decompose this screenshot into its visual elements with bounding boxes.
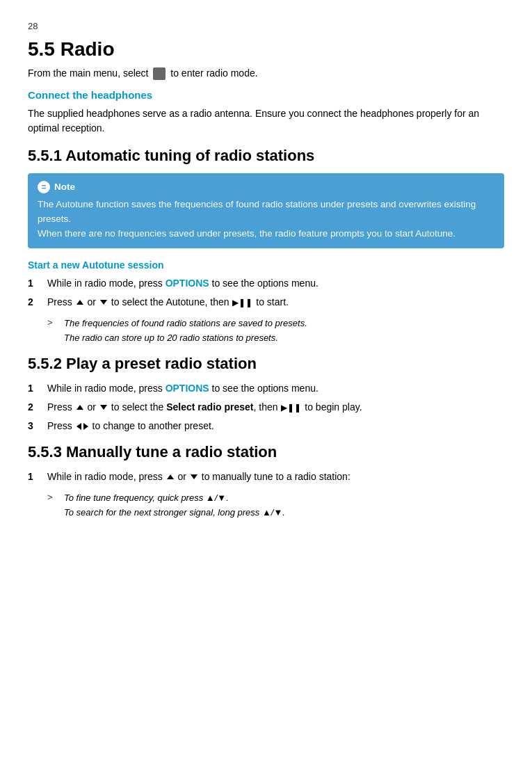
- result-553-line1: To fine tune frequency, quick press ▲/▼.: [64, 491, 229, 505]
- result-553: > To fine tune frequency, quick press ▲/…: [47, 491, 504, 520]
- section-553-title: 5.5.3 Manually tune a radio station: [28, 443, 504, 461]
- down-arrow-1: [100, 300, 107, 305]
- lr-arrows-icon: [76, 423, 88, 430]
- section-552-title: 5.5.2 Play a preset radio station: [28, 355, 504, 373]
- intro-text-before: From the main menu, select: [28, 67, 149, 79]
- session-heading: Start a new Autotune session: [28, 259, 504, 271]
- connect-heading: Connect the headphones: [28, 89, 504, 101]
- result-gt-1: >: [47, 317, 60, 328]
- note-box: = Note The Autotune function saves the f…: [28, 173, 504, 248]
- step-list-552: 1 While in radio mode, press OPTIONS to …: [28, 381, 504, 433]
- note-icon: =: [38, 181, 50, 193]
- note-label: Note: [54, 180, 75, 195]
- step-552-1: 1 While in radio mode, press OPTIONS to …: [28, 381, 504, 396]
- note-line-2: When there are no frequencies saved unde…: [38, 227, 494, 241]
- radio-icon: [153, 67, 166, 80]
- play-pause-icon-1: ▶❚❚: [232, 296, 252, 309]
- step-553-1: 1 While in radio mode, press or to manua…: [28, 470, 504, 484]
- section-551-title: 5.5.1 Automatic tuning of radio stations: [28, 147, 504, 165]
- page-number: 28: [28, 21, 504, 31]
- step-551-2: 2 Press or to select the Autotune, then …: [28, 295, 504, 310]
- step-list-551: 1 While in radio mode, press OPTIONS to …: [28, 276, 504, 310]
- step-552-num-3: 3: [28, 419, 45, 433]
- play-pause-icon-2: ▶❚❚: [281, 401, 301, 414]
- step-552-content-2: Press or to select the Select radio pres…: [47, 400, 504, 415]
- section-552: 5.5.2 Play a preset radio station 1 Whil…: [28, 355, 504, 433]
- step-553-num-1: 1: [28, 470, 45, 484]
- step-content-2: Press or to select the Autotune, then ▶❚…: [47, 295, 504, 310]
- options-word-1: OPTIONS: [166, 278, 209, 289]
- step-552-3: 3 Press to change to another preset.: [28, 419, 504, 433]
- result-item-1: > The frequencies of found radio station…: [47, 317, 504, 330]
- result-551: > The frequencies of found radio station…: [47, 317, 504, 345]
- result-553-item-1: > To fine tune frequency, quick press ▲/…: [47, 491, 504, 505]
- intro-text-after: to enter radio mode.: [170, 67, 257, 79]
- up-arrow-2: [76, 405, 83, 410]
- up-arrow-3: [167, 474, 174, 479]
- result-text-1: The frequencies of found radio stations …: [64, 317, 307, 330]
- step-552-content-3: Press to change to another preset.: [47, 419, 504, 433]
- connect-text: The supplied headphones serve as a radio…: [28, 106, 504, 136]
- result-text-2: The radio can store up to 20 radio stati…: [64, 331, 504, 345]
- result-553-gt: >: [47, 492, 60, 502]
- main-title: 5.5 Radio: [28, 38, 504, 61]
- note-header: = Note: [38, 180, 494, 195]
- section-551: 5.5.1 Automatic tuning of radio stations…: [28, 147, 504, 345]
- step-551-1: 1 While in radio mode, press OPTIONS to …: [28, 276, 504, 291]
- step-list-553: 1 While in radio mode, press or to manua…: [28, 470, 504, 484]
- up-arrow-1: [76, 300, 83, 305]
- down-arrow-2: [100, 405, 107, 410]
- step-552-num-1: 1: [28, 381, 45, 396]
- options-word-2: OPTIONS: [166, 383, 209, 394]
- step-552-2: 2 Press or to select the Select radio pr…: [28, 400, 504, 415]
- down-arrow-3: [191, 474, 198, 479]
- result-553-line2: To search for the next stronger signal, …: [64, 506, 504, 520]
- step-552-content-1: While in radio mode, press OPTIONS to se…: [47, 381, 504, 396]
- step-552-num-2: 2: [28, 400, 45, 415]
- section-553: 5.5.3 Manually tune a radio station 1 Wh…: [28, 443, 504, 520]
- connect-section: Connect the headphones The supplied head…: [28, 89, 504, 136]
- step-553-content-1: While in radio mode, press or to manuall…: [47, 470, 504, 484]
- step-num-2: 2: [28, 295, 45, 310]
- select-radio-preset: Select radio preset: [166, 401, 253, 413]
- note-line-1: The Autotune function saves the frequenc…: [38, 198, 494, 227]
- step-num-1: 1: [28, 276, 45, 291]
- intro-paragraph: From the main menu, select to enter radi…: [28, 66, 504, 81]
- step-content-1: While in radio mode, press OPTIONS to se…: [47, 276, 504, 291]
